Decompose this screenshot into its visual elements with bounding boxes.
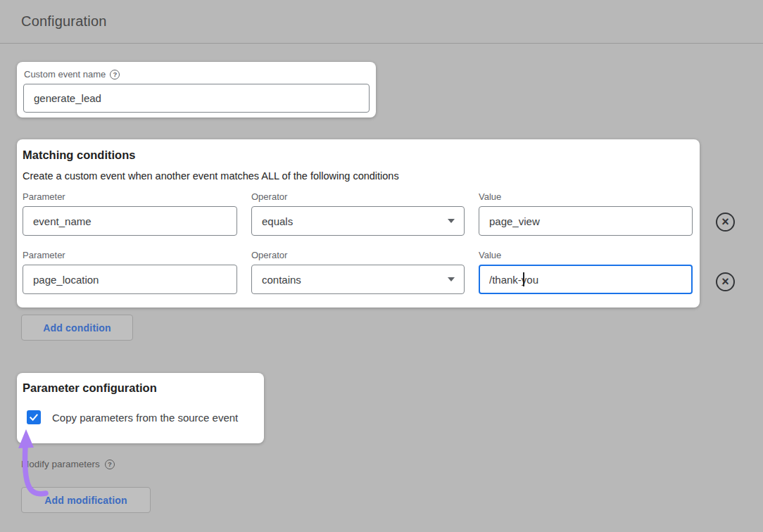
operator-field: Operator contains [251,250,465,294]
modify-parameters-label: Modify parameters [21,459,100,469]
help-icon[interactable]: ? [105,460,115,469]
parameter-label: Parameter [23,250,237,260]
value-field: Value [479,191,693,236]
operator-select[interactable]: contains [251,265,465,294]
page-header: Configuration [0,0,763,44]
custom-event-name-label-row: Custom event name ? [24,69,370,80]
remove-condition-button[interactable]: × [716,272,735,291]
operator-label: Operator [251,250,465,260]
custom-event-name-card: Custom event name ? [17,62,376,118]
parameter-field: Parameter [23,250,237,294]
matching-conditions-card: Matching conditions Create a custom even… [17,139,700,308]
text-cursor [523,272,524,286]
matching-conditions-description: Create a custom event when another event… [23,170,694,182]
condition-row: Parameter Operator contains Value [23,250,694,294]
matching-conditions-title: Matching conditions [23,148,694,162]
operator-label: Operator [251,191,465,202]
check-icon [28,412,39,423]
help-icon-glyph: ? [113,70,117,78]
copy-parameters-label: Copy parameters from the source event [52,412,238,424]
parameter-input[interactable] [23,265,237,294]
operator-selected-value: equals [262,215,293,227]
add-condition-button[interactable]: Add condition [21,315,133,341]
copy-parameters-row[interactable]: Copy parameters from the source event [27,410,258,424]
value-input-wrap [479,265,693,294]
custom-event-name-input[interactable] [23,84,370,113]
close-icon: × [721,275,729,288]
help-icon[interactable]: ? [110,70,120,80]
page-title: Configuration [21,13,107,30]
parameter-configuration-title: Parameter configuration [23,381,258,395]
value-label: Value [479,250,693,260]
chevron-down-icon [448,277,455,281]
close-icon: × [721,215,729,228]
help-icon-glyph: ? [108,460,112,468]
chevron-down-icon [448,219,455,223]
value-label: Value [479,191,693,202]
modify-parameters-row: Modify parameters ? [21,459,115,469]
condition-row: Parameter Operator equals Value [23,191,694,236]
parameter-label: Parameter [23,191,237,202]
parameter-input[interactable] [23,206,237,236]
configuration-screen: Configuration Custom event name ? Matchi… [0,0,763,532]
operator-field: Operator equals [251,191,465,236]
operator-selected-value: contains [262,274,301,286]
value-input[interactable] [479,206,693,236]
add-modification-button[interactable]: Add modification [21,487,151,513]
value-field: Value [479,250,693,294]
custom-event-name-label: Custom event name [24,69,106,80]
operator-select[interactable]: equals [251,206,465,236]
copy-parameters-checkbox[interactable] [27,410,41,424]
conditions-list: Parameter Operator equals Value [23,191,694,294]
parameter-field: Parameter [23,191,237,236]
remove-condition-button[interactable]: × [716,213,735,232]
parameter-configuration-card: Parameter configuration Copy parameters … [17,373,264,443]
value-input-focused[interactable] [479,265,693,294]
